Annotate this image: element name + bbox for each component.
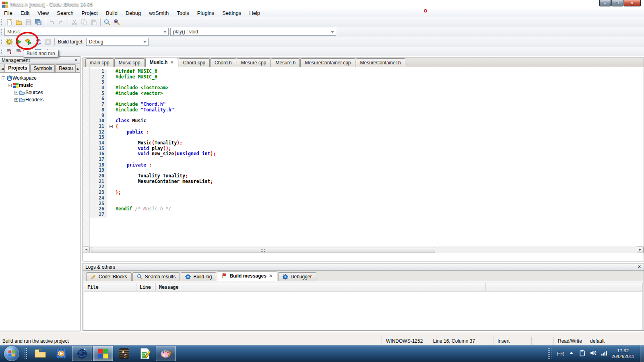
code-line[interactable]: 25	[90, 201, 644, 207]
code-line[interactable]: 26#endif /* Music.h */	[90, 206, 644, 212]
code-line[interactable]: 17	[90, 157, 644, 162]
run-to-cursor-button[interactable]	[4, 47, 14, 56]
menu-item-tools[interactable]: Tools	[173, 10, 193, 16]
code-line[interactable]: 12 public :	[90, 130, 644, 135]
tree-item-workspace[interactable]: -Workspace	[2, 74, 80, 82]
cut-button[interactable]	[70, 18, 79, 27]
close-button[interactable]: ✕	[623, 0, 641, 6]
build-target-combo[interactable]: Debug	[86, 38, 149, 46]
editor-tab-music.cpp[interactable]: Music.cpp	[114, 58, 145, 67]
code-line[interactable]: 11−{	[90, 124, 644, 130]
editor-tab-chord.cpp[interactable]: Chord.cpp	[179, 58, 210, 67]
column-header-message[interactable]: Message	[156, 283, 486, 291]
toolbar-grip[interactable]	[1, 29, 3, 35]
log-tab-code-blocks[interactable]: Code::Blocks	[86, 272, 132, 281]
code-line[interactable]: 10class Music	[90, 118, 644, 124]
open-file-button[interactable]	[14, 18, 24, 27]
tree-item-headers[interactable]: +Headers	[2, 96, 80, 103]
menu-item-search[interactable]: Search	[53, 10, 77, 16]
start-button[interactable]	[4, 346, 19, 361]
taskbar-text-editor-button[interactable]	[135, 346, 155, 361]
taskbar-explorer-button[interactable]	[30, 346, 50, 361]
scrollbar-thumb[interactable]	[91, 247, 435, 253]
symbol-combo[interactable]: play() : void	[170, 28, 336, 36]
code-line[interactable]: 9	[90, 113, 644, 119]
code-line[interactable]: 23};	[90, 190, 644, 195]
save-all-button[interactable]	[33, 18, 43, 27]
paste-button[interactable]	[89, 18, 99, 27]
tab-resou[interactable]: Resou	[55, 64, 76, 72]
menu-item-file[interactable]: File	[0, 10, 17, 16]
expander-icon[interactable]: +	[14, 98, 18, 102]
taskbar-guitar-app-button[interactable]: 5	[114, 346, 134, 361]
clock[interactable]: 17:3226/04/2011	[611, 348, 634, 359]
code-line[interactable]: 8#include "Tonality.h"	[90, 107, 644, 113]
menu-item-settings[interactable]: Settings	[218, 10, 245, 16]
find-button[interactable]	[102, 18, 112, 27]
code-line[interactable]: 5#include <vector>	[90, 91, 644, 97]
log-tab-build-messages[interactable]: Build messages✕	[217, 272, 277, 281]
menu-item-debug[interactable]: Debug	[122, 10, 145, 16]
code-line[interactable]: 4#include <iostream>	[90, 85, 644, 91]
code-line[interactable]: 27	[90, 212, 644, 218]
tab-scroll-right-icon[interactable]: ▶	[76, 67, 80, 72]
show-desktop-button[interactable]	[640, 345, 644, 362]
column-header-file[interactable]: File	[84, 283, 136, 291]
column-header-line[interactable]: Line	[136, 283, 156, 291]
menu-item-plugins[interactable]: Plugins	[193, 10, 219, 16]
editor-tab-main.cpp[interactable]: main.cpp	[85, 58, 114, 67]
menu-item-help[interactable]: Help	[245, 10, 264, 16]
menu-item-wxsmith[interactable]: wxSmith	[145, 10, 173, 16]
replace-button[interactable]: R	[112, 18, 122, 27]
scroll-left-icon[interactable]: ◄	[83, 246, 90, 253]
code-view[interactable]: 1#ifndef MUSIC_H2#define MUSIC_H34#inclu…	[83, 67, 644, 253]
close-icon[interactable]: ✕	[73, 58, 78, 63]
editor-tab-mesure.h[interactable]: Mesure.h	[271, 58, 300, 67]
expander-icon[interactable]: +	[14, 91, 18, 95]
abort-button[interactable]	[43, 37, 53, 46]
taskbar-media-player-button[interactable]	[51, 346, 71, 361]
code-line[interactable]: 20 Tonality tonality;	[90, 173, 644, 179]
log-tab-build-log[interactable]: Build log	[181, 272, 216, 281]
tree-item-sources[interactable]: +Sources	[2, 89, 80, 96]
action-center-icon[interactable]	[579, 350, 586, 358]
tab-projects[interactable]: Projects	[4, 64, 30, 72]
horizontal-scrollbar[interactable]: ◄ ►	[83, 246, 644, 253]
code-line[interactable]: 24	[90, 195, 644, 201]
scroll-right-icon[interactable]: ►	[637, 246, 644, 253]
toolbar-grip[interactable]	[1, 38, 3, 45]
network-icon[interactable]	[601, 350, 607, 358]
editor-tab-chord.h[interactable]: Chord.h	[210, 58, 236, 67]
menu-item-build[interactable]: Build	[102, 10, 122, 16]
new-file-button[interactable]	[4, 18, 14, 27]
save-button[interactable]	[24, 18, 33, 27]
editor-tab-music.h[interactable]: Music.h✕	[145, 58, 178, 67]
log-tab-search-results[interactable]: Search results	[132, 272, 180, 281]
code-line[interactable]: 16 void new_size(unsigned int);	[90, 151, 644, 157]
restore-button[interactable]: ❐	[611, 0, 623, 6]
menu-item-edit[interactable]: Edit	[17, 10, 33, 16]
code-line[interactable]: 3	[90, 80, 644, 85]
taskbar-paint-app-button[interactable]	[156, 346, 176, 361]
close-icon[interactable]: ✕	[638, 264, 641, 269]
code-line[interactable]: 15 void play();	[90, 146, 644, 152]
close-icon[interactable]: ✕	[170, 60, 173, 65]
code-line[interactable]: 13	[90, 135, 644, 140]
expand-tray-icon[interactable]	[568, 350, 575, 358]
taskbar-grip[interactable]	[547, 348, 551, 360]
toolbar-grip[interactable]	[1, 48, 3, 55]
taskbar-browser-globe-button[interactable]	[72, 346, 92, 361]
menu-item-view[interactable]: View	[33, 10, 53, 16]
log-tab-debugger[interactable]: Debugger	[278, 272, 316, 281]
redo-button[interactable]	[56, 18, 66, 27]
editor-tab-mesurecontainer.cpp[interactable]: MesureContainer.cpp	[300, 58, 355, 67]
fold-collapse-icon[interactable]: −	[109, 125, 113, 128]
taskbar-codeblocks-button[interactable]	[93, 346, 113, 361]
code-line[interactable]: 7#include "Chord.h"	[90, 102, 644, 107]
copy-button[interactable]	[79, 18, 89, 27]
compile-button[interactable]	[4, 37, 14, 46]
minimize-button[interactable]: –	[599, 0, 611, 6]
volume-icon[interactable]	[590, 350, 597, 358]
code-line[interactable]: 14 Music(Tonality);	[90, 140, 644, 146]
fold-margin[interactable]: −	[107, 124, 116, 130]
